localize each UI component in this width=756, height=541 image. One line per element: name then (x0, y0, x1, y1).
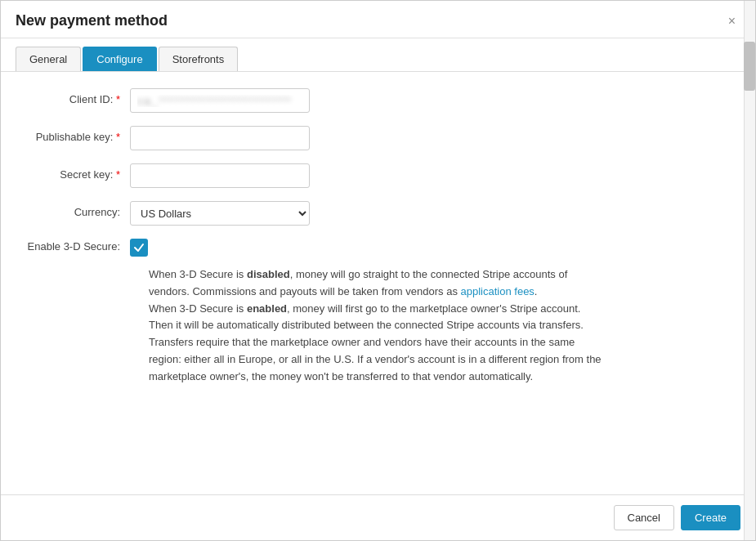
currency-select[interactable]: US Dollars Euro British Pound Canadian D… (130, 201, 310, 226)
scrollbar-thumb[interactable] (744, 42, 755, 91)
required-star: * (116, 93, 120, 105)
currency-row: Currency: US Dollars Euro British Pound … (16, 201, 740, 226)
modal-body: Client ID: * Publishable key: * Secret k… (1, 72, 755, 494)
secret-key-input[interactable] (130, 163, 310, 188)
close-button[interactable]: × (723, 13, 740, 29)
disabled-bold: disabled (247, 268, 290, 280)
required-star-2: * (116, 131, 120, 143)
application-fees-link[interactable]: application fees (461, 285, 535, 297)
secret-key-label: Secret key: * (16, 163, 130, 181)
modal-dialog: New payment method × General Configure S… (0, 0, 756, 541)
client-id-row: Client ID: * (16, 88, 740, 113)
enable-3d-checkbox[interactable] (130, 239, 148, 257)
modal-tabs: General Configure Storefronts (1, 38, 755, 72)
client-id-input[interactable] (130, 88, 310, 113)
tab-configure[interactable]: Configure (83, 47, 156, 71)
publishable-key-label: Publishable key: * (16, 126, 130, 143)
tab-general[interactable]: General (16, 47, 81, 71)
secret-key-row: Secret key: * (16, 163, 740, 188)
tab-storefronts[interactable]: Storefronts (159, 47, 239, 71)
enable-3d-label: Enable 3-D Secure: (16, 239, 130, 253)
enable-3d-secure-row: Enable 3-D Secure: (16, 239, 740, 257)
publishable-key-input[interactable] (130, 126, 310, 150)
scrollbar-track (744, 1, 755, 540)
create-button[interactable]: Create (681, 505, 740, 530)
currency-label: Currency: (16, 201, 130, 218)
modal-header: New payment method × (1, 1, 755, 38)
client-id-label: Client ID: * (16, 88, 130, 105)
required-star-3: * (116, 168, 120, 181)
modal-title: New payment method (16, 12, 168, 29)
cancel-button[interactable]: Cancel (614, 505, 674, 530)
description-block: When 3-D Secure is disabled, money will … (149, 266, 606, 386)
publishable-key-row: Publishable key: * (16, 126, 740, 150)
enabled-bold: enabled (247, 302, 287, 315)
modal-footer: Cancel Create (1, 494, 755, 540)
